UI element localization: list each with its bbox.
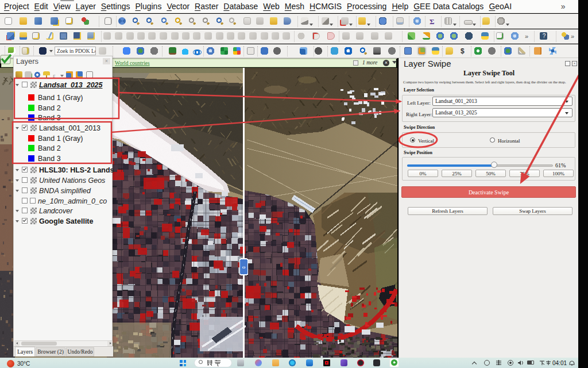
svg-text:‹›: ‹› bbox=[242, 264, 246, 270]
